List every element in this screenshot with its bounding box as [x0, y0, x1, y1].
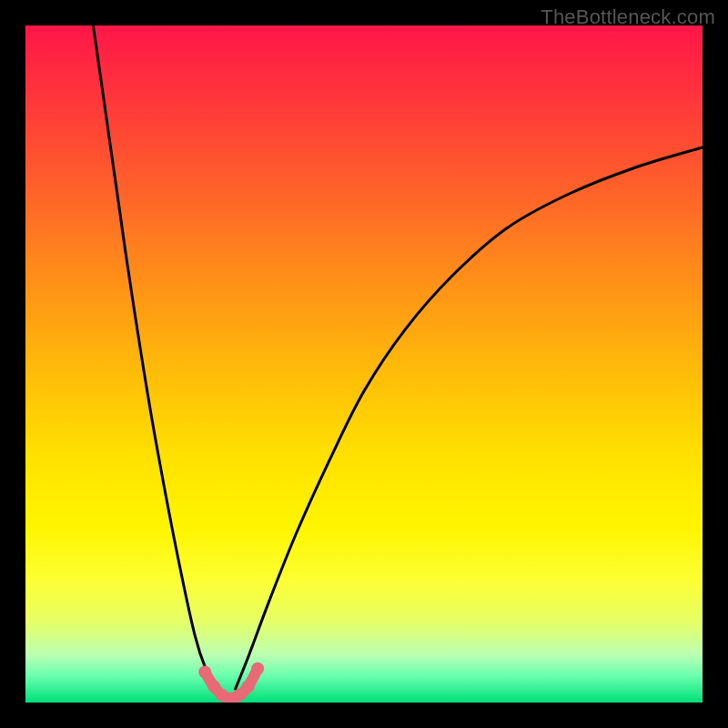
series-left-branch	[93, 25, 228, 703]
chart-svg	[25, 25, 703, 703]
chart-outer-frame: TheBottleneck.com	[0, 0, 728, 728]
marker-dot-6	[251, 662, 264, 675]
marker-dot-0	[198, 666, 211, 679]
marker-dot-5	[242, 680, 255, 693]
chart-panel	[25, 25, 703, 703]
marker-layer	[198, 662, 264, 703]
series-right-branch	[236, 147, 703, 689]
curve-layer	[93, 25, 703, 703]
